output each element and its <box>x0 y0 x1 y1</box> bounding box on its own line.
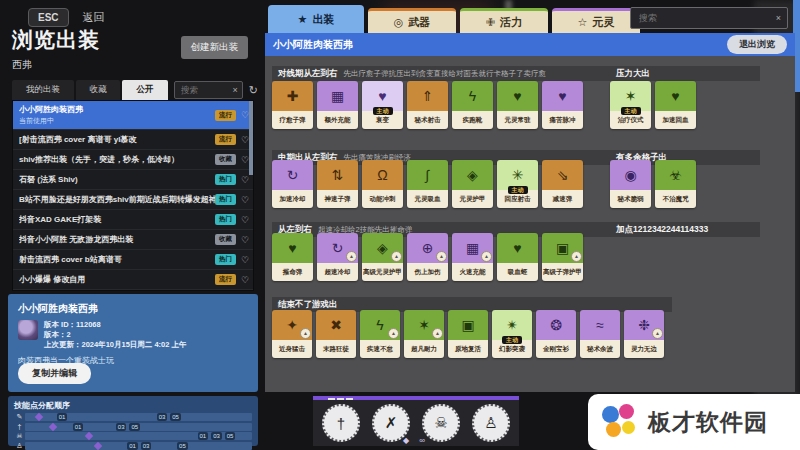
skill-point-marker: 03 <box>157 413 168 421</box>
神速子弹-icon: ⇅ <box>332 167 344 183</box>
skill-point-marker: 05 <box>177 442 188 450</box>
favorite-heart-icon[interactable]: ♡ <box>241 155 249 165</box>
create-build-button[interactable]: 创建新出装 <box>181 36 249 59</box>
item-card-秘术余波[interactable]: ≈秘术余波 <box>580 310 620 358</box>
browse-sidebar: 浏览出装 创建新出装 西弗 我的出装收藏公开 × ↻ 小小阿胜肉装西弗当前使用中… <box>8 26 258 305</box>
item-card-不治魔咒[interactable]: ☣不治魔咒 <box>655 160 696 208</box>
top-bar: ESC 返回 <box>28 8 105 27</box>
元灵吸血-icon: ∫ <box>426 167 430 183</box>
section-items-row: ↻加速冷却⇅神速子弹Ω动能冲刺∫元灵吸血◈元灵护甲✳主动回应射击⇘减速弹 <box>272 160 583 208</box>
item-icon: ⇑ <box>407 81 448 111</box>
tab-元灵[interactable]: ☆元灵 <box>552 8 640 33</box>
item-card-近身猛击[interactable]: ✦▲近身猛击 <box>272 310 312 358</box>
section-title: 对线期从左到右 <box>278 68 338 80</box>
不治魔咒-icon: ☣ <box>669 167 682 183</box>
item-card-元灵吸血[interactable]: ∫元灵吸血 <box>407 160 448 208</box>
item-icon: ✶主动 <box>610 81 651 111</box>
main-search-input[interactable] <box>637 12 776 24</box>
item-card-神速子弹[interactable]: ⇅神速子弹 <box>317 160 358 208</box>
tab-武器[interactable]: ◎武器 <box>368 8 456 33</box>
skill-point-marker: 05 <box>129 423 140 431</box>
clear-search-icon[interactable]: × <box>233 85 238 95</box>
item-card-动能冲刺[interactable]: Ω动能冲刺 <box>362 160 403 208</box>
item-card-回应射击[interactable]: ✳主动回应射击 <box>497 160 538 208</box>
item-card-原地复活[interactable]: ▣原地复活 <box>448 310 488 358</box>
item-label: 高级元灵护甲 <box>362 263 403 281</box>
item-card-金刚宝衫[interactable]: ❂金刚宝衫 <box>536 310 576 358</box>
build-list-item[interactable]: 抖音XAD GAKE打架装热门♡ <box>13 210 253 230</box>
copy-edit-button[interactable]: 复制并编辑 <box>18 363 91 384</box>
build-list-item[interactable]: shiv推荐出装（先手，突进，秒杀，低冷却）收藏♡ <box>13 150 253 170</box>
item-label: 近身猛击 <box>272 340 312 358</box>
section-items-row: ♥摧命弹↻▲超速冷却◈▲高级元灵护甲⊕▲伤上加伤▦▲火速充能♥吸血蛭▣▲高级子弹… <box>272 233 583 281</box>
item-card-加速回血[interactable]: ♥加速回血 <box>655 81 696 129</box>
item-card-吸血蛭[interactable]: ♥吸血蛭 <box>497 233 538 281</box>
back-button[interactable]: 返回 <box>83 10 105 25</box>
favorite-heart-icon[interactable]: ♡ <box>241 235 249 245</box>
active-item-pill: 主动 <box>373 107 393 115</box>
refresh-icon[interactable]: ↻ <box>249 84 258 97</box>
build-list-item[interactable]: 射击流西弗 cover b站离谱哥热门♡ <box>13 250 253 270</box>
favorite-heart-icon[interactable]: ♡ <box>241 110 249 120</box>
favorite-heart-icon[interactable]: ♡ <box>241 275 249 285</box>
tab-出装[interactable]: ★出装 <box>268 5 364 33</box>
item-card-额外充能[interactable]: ▦额外充能 <box>317 81 358 129</box>
item-card-超速冷却[interactable]: ↻▲超速冷却 <box>317 233 358 281</box>
item-card-灵力无边[interactable]: ❉▲灵力无边 <box>624 310 664 358</box>
list-scrollbar[interactable] <box>249 101 253 175</box>
main-search[interactable]: × <box>630 7 788 29</box>
build-list-item[interactable]: B站不用脸还是好朋友西弗shiv前期近战后期转爆发超神...热门♡ <box>13 190 253 210</box>
skill-order-row: ✎010305 <box>14 413 252 421</box>
favorite-heart-icon[interactable]: ♡ <box>241 195 249 205</box>
item-card-疾跑靴[interactable]: ϟ疾跑靴 <box>452 81 493 129</box>
skill-track[interactable]: 010305 <box>25 423 252 431</box>
item-card-伤上加伤[interactable]: ⊕▲伤上加伤 <box>407 233 448 281</box>
sidebar-search[interactable]: × <box>174 81 243 99</box>
build-list-item[interactable]: [射击流西弗 cover 离谱哥 yl慕改流行♡ <box>13 130 253 150</box>
sidebar-tab-3[interactable]: 公开 <box>122 80 168 100</box>
tab-活力[interactable]: ✙活力 <box>460 8 548 33</box>
exit-browse-button[interactable]: 退出浏览 <box>727 35 787 54</box>
item-card-幻影突袭[interactable]: ✴主动幻影突袭 <box>492 310 532 358</box>
item-card-疾速不怠[interactable]: ϟ▲疾速不怠 <box>360 310 400 358</box>
sidebar-tab-2[interactable]: 收藏 <box>76 80 120 100</box>
item-card-加速冷却[interactable]: ↻加速冷却 <box>272 160 313 208</box>
item-card-末路狂徒[interactable]: ✖末路狂徒 <box>316 310 356 358</box>
item-card-摧命弹[interactable]: ♥摧命弹 <box>272 233 313 281</box>
sidebar-tab-1[interactable]: 我的出装 <box>12 80 74 100</box>
favorite-heart-icon[interactable]: ♡ <box>241 175 249 185</box>
favorite-heart-icon[interactable]: ♡ <box>241 135 249 145</box>
item-icon: ⇘ <box>542 160 583 190</box>
item-card-秘术脆弱[interactable]: ◉秘术脆弱 <box>610 160 651 208</box>
skill-track[interactable]: 010305 <box>25 413 252 421</box>
upgrade-badge-icon: ▲ <box>652 328 663 339</box>
item-card-高级子弹护甲[interactable]: ▣▲高级子弹护甲 <box>542 233 583 281</box>
幻影突袭-icon: ✴ <box>506 317 518 333</box>
item-card-减速弹[interactable]: ⇘减速弹 <box>542 160 583 208</box>
sidebar-search-input[interactable] <box>179 84 233 96</box>
clear-search-icon[interactable]: × <box>776 13 781 23</box>
build-list-item[interactable]: 小小阿胜肉装西弗当前使用中流行♡ <box>13 101 253 130</box>
item-card-治疗仪式[interactable]: ✶主动治疗仪式 <box>610 81 651 129</box>
item-card-秘术射击[interactable]: ⇑秘术射击 <box>407 81 448 129</box>
item-card-超凡耐力[interactable]: ✶▲超凡耐力 <box>404 310 444 358</box>
esc-key[interactable]: ESC <box>28 8 69 27</box>
build-list-item[interactable]: 石砮 (法系 Shiv)热门♡ <box>13 170 253 190</box>
item-card-火速充能[interactable]: ▦▲火速充能 <box>452 233 493 281</box>
build-item-badge: 热门 <box>215 254 236 265</box>
高级子弹护甲-icon: ▣ <box>556 240 569 256</box>
favorite-heart-icon[interactable]: ♡ <box>241 255 249 265</box>
skill-track[interactable]: 010305 <box>25 442 252 450</box>
治疗仪式-icon: ✶ <box>625 88 637 104</box>
build-list-item[interactable]: 小小爆爆 修改自用流行♡ <box>13 270 253 290</box>
item-card-高级元灵护甲[interactable]: ◈▲高级元灵护甲 <box>362 233 403 281</box>
item-card-痛苦脉冲[interactable]: ♥痛苦脉冲 <box>542 81 583 129</box>
item-card-元灵护甲[interactable]: ◈元灵护甲 <box>452 160 493 208</box>
skill-track[interactable]: 010305 <box>25 432 252 440</box>
favorite-heart-icon[interactable]: ♡ <box>241 215 249 225</box>
build-list-item[interactable]: 抖音小小阿胜 无敌游龙西弗出装收藏♡ <box>13 230 253 250</box>
item-card-元灵常驻[interactable]: ♥元灵常驻 <box>497 81 538 129</box>
item-card-衰变[interactable]: ♥主动衰变 <box>362 81 403 129</box>
item-card-疗愈子弹[interactable]: ✚疗愈子弹 <box>272 81 313 129</box>
active-item-pill: 主动 <box>508 186 528 194</box>
